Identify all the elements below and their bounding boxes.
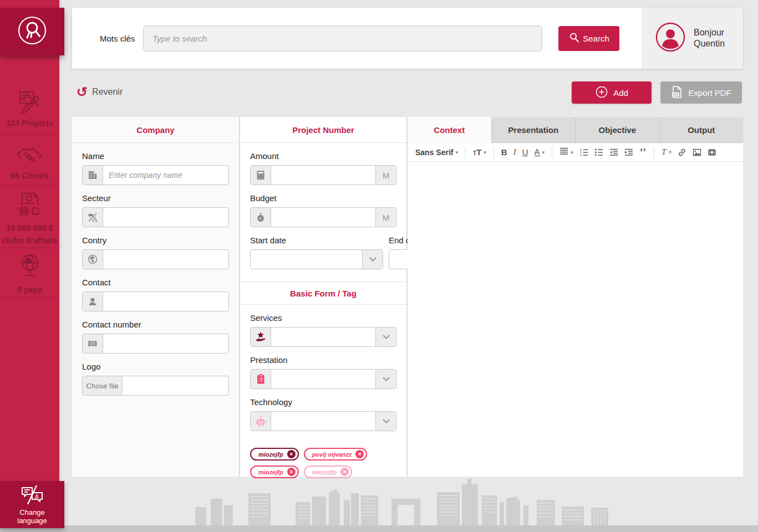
company-panel: Company Name Secteur [72,117,240,477]
chevron-down-icon [383,416,390,423]
building-icon [83,166,103,185]
money-bag-icon: € [251,208,271,227]
italic-button[interactable]: I [513,147,516,157]
plus-circle-icon [595,85,608,100]
sidebar-item-countries[interactable]: 5 pays [0,248,59,298]
outdent-button[interactable] [609,148,618,157]
budget-unit-suffix: M [375,208,396,227]
search-input[interactable] [143,25,542,52]
tab-presentation[interactable]: Presentation [491,117,576,143]
bullet-list-button[interactable] [594,148,603,157]
clear-format-button[interactable]: T× [662,147,671,157]
tag-remove-icon[interactable]: × [287,468,296,476]
tag-remove-icon[interactable]: × [287,450,296,458]
svg-text:PDF: PDF [673,93,679,96]
secteur-field [82,207,229,227]
services-input[interactable] [271,328,375,346]
contact-number-field [82,334,229,354]
tab-output[interactable]: Output [659,117,744,143]
contact-input[interactable] [103,292,228,311]
prestation-dropdown-button[interactable] [375,370,396,388]
tag-remove-icon[interactable]: × [340,468,349,476]
contact-number-input[interactable] [103,334,228,353]
technology-label: Technology [250,397,396,407]
technology-dropdown-button[interactable] [375,412,396,431]
tag-label: miozejfp [258,451,283,458]
tag-label: povij oijvanzz [312,451,352,458]
project-panel: Project Number Amount +− ×÷ M B [240,117,408,477]
technology-select[interactable] [250,411,396,431]
add-button-label: Add [613,88,628,98]
amount-input[interactable] [271,166,375,185]
back-link-label: Revenir [92,87,123,97]
start-date-dropdown-button[interactable] [362,250,383,269]
logo-filename-input[interactable] [123,376,228,395]
insert-image-button[interactable] [693,148,701,157]
underline-button[interactable]: U [522,147,528,157]
insert-link-button[interactable] [678,148,686,157]
editor-content[interactable] [408,162,743,477]
toolbar-divider [465,147,466,158]
ordered-list-button[interactable]: 123 [579,148,588,157]
clients-count-label: 65 Clients [11,171,49,181]
tag-pill: miozejfp × [304,466,353,478]
prestation-label: Prestation [250,355,396,365]
projects-folder-icon [16,86,44,115]
text-color-button[interactable]: A ▾ [535,148,545,157]
basic-form-header: Basic Form / Tag [240,282,406,305]
tab-context[interactable]: Context [408,117,491,143]
blockquote-button[interactable]: ” [639,149,647,156]
sidebar: 124 Projects 65 Clients [0,0,59,482]
sidebar-item-projects[interactable]: 124 Projects [0,80,59,135]
font-family-select[interactable]: Sans Serif ▾ [415,148,458,157]
export-pdf-button[interactable]: PDF Export PDF [660,81,742,104]
sector-org-icon [83,208,103,227]
globe-icon [83,250,103,269]
contact-label: Contact [82,278,229,287]
prestation-input[interactable] [271,370,375,388]
start-date-select[interactable] [250,249,383,269]
contry-input[interactable] [103,250,228,269]
budget-input[interactable] [271,208,375,227]
choose-file-button[interactable]: Chose file [83,376,123,395]
font-size-select[interactable]: TT ▾ [473,147,486,157]
indent-button[interactable] [624,148,633,157]
tag-label: miozejfp [312,469,337,475]
technology-input[interactable] [271,412,375,431]
change-language-label-line1: Change [19,508,45,517]
globe-stand-icon [16,251,44,282]
countries-count-label: 5 pays [17,285,42,295]
services-select[interactable] [250,327,396,347]
person-icon [83,292,103,311]
revenue-amount-label: 15 000 000 € [6,223,53,233]
search-button[interactable]: Search [558,26,619,51]
start-date-input[interactable] [251,250,362,269]
services-dropdown-button[interactable] [375,328,396,346]
top-search-bar: Mots clés Search [72,8,743,69]
secteur-label: Secteur [82,193,229,203]
prestation-select[interactable] [250,369,396,389]
search-icon [568,32,581,45]
font-family-value: Sans Serif [415,148,453,157]
tab-objective[interactable]: Objective [575,117,659,143]
insert-video-button[interactable] [708,148,716,157]
sidebar-item-clients[interactable]: 65 Clients [0,135,59,186]
handshake-icon [15,140,45,168]
company-name-input[interactable] [103,166,228,185]
app-logo[interactable] [0,8,64,55]
user-menu[interactable]: Bonjour Quentin [642,8,743,69]
budget-field: € M [250,207,396,227]
sidebar-item-revenue[interactable]: 15 000 000 € chifre d’affaire [0,186,59,248]
bold-button[interactable]: B [501,147,507,157]
user-avatar-icon [655,22,686,55]
tag-remove-icon[interactable]: × [355,450,364,458]
chevron-down-icon [383,374,390,381]
contact-number-label: Contact number [82,320,229,329]
fax-phone-icon [83,334,103,353]
align-select[interactable]: ▾ [559,147,573,157]
greeting-line1: Bonjour [694,27,725,38]
change-language-button[interactable]: A Change language [0,481,64,528]
add-button[interactable]: Add [572,81,652,104]
back-link[interactable]: ↺ Revenir [77,86,123,98]
secteur-input[interactable] [103,208,228,227]
